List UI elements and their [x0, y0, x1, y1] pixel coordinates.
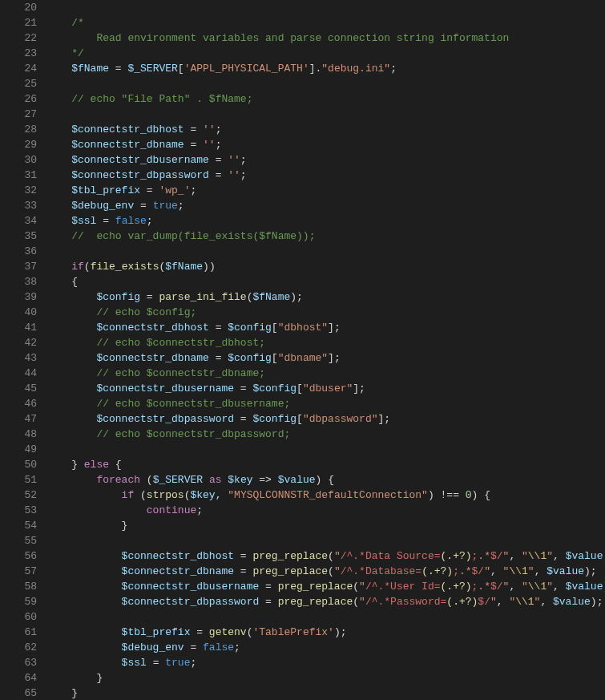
line-number: 52 — [0, 488, 37, 503]
code-line[interactable] — [46, 442, 605, 457]
code-token: $value — [547, 565, 584, 577]
code-line[interactable]: */ — [46, 46, 605, 61]
code-line[interactable] — [46, 244, 605, 259]
code-line[interactable]: $ssl = true; — [46, 655, 605, 670]
code-token: "debug.ini" — [321, 63, 390, 75]
code-line[interactable]: $connectstr_dbpassword = $config["dbpass… — [46, 411, 605, 427]
code-line[interactable]: $connectstr_dbusername = preg_replace("/… — [46, 579, 605, 594]
code-token: getenv — [209, 626, 247, 638]
code-line[interactable] — [46, 533, 605, 548]
code-token: */ — [46, 47, 84, 59]
line-number: 56 — [0, 548, 37, 564]
code-editor[interactable]: 2021222324252627282930313233343536373839… — [0, 0, 605, 700]
line-number: 48 — [0, 427, 37, 442]
code-line[interactable]: $connectstr_dbpassword = ''; — [46, 168, 605, 183]
line-number: 29 — [0, 137, 37, 152]
code-line[interactable]: $tbl_prefix = 'wp_'; — [46, 183, 605, 198]
code-line[interactable]: // echo var_dump(file_exists($fName)); — [46, 229, 605, 244]
code-line[interactable]: if (strpos($key, "MYSQLCONNSTR_defaultCo… — [46, 488, 605, 503]
code-token: '' — [228, 154, 240, 166]
code-line[interactable] — [46, 609, 605, 625]
code-line[interactable]: $connectstr_dbhost = preg_replace("/^.*D… — [46, 548, 605, 564]
code-token: (.+?) — [441, 550, 472, 562]
code-line[interactable] — [46, 0, 605, 15]
code-token: " — [547, 581, 553, 593]
code-line[interactable]: { — [46, 274, 605, 289]
code-token: ; — [216, 123, 222, 136]
code-token: 'TablePrefix' — [252, 626, 333, 638]
code-token: => — [253, 474, 278, 486]
code-line[interactable]: $ssl = false; — [46, 213, 605, 229]
code-line[interactable]: $fName = $_SERVER['APPL_PHYSICAL_PATH'].… — [46, 61, 605, 76]
code-line[interactable]: // echo $connectstr_dbname; — [46, 366, 605, 381]
code-line[interactable]: } — [46, 518, 605, 533]
code-line[interactable]: $connectstr_dbname = preg_replace("/^.*D… — [46, 564, 605, 579]
code-line[interactable]: $debug_env = false; — [46, 640, 605, 655]
code-token: as — [209, 474, 222, 486]
code-token: = — [184, 641, 203, 653]
code-line[interactable]: $config = parse_ini_file($fName); — [46, 289, 605, 305]
code-line[interactable]: } else { — [46, 457, 605, 472]
code-line[interactable]: $tbl_prefix = getenv('TablePrefix'); — [46, 625, 605, 640]
code-line[interactable]: continue; — [46, 503, 605, 518]
code-token: = — [184, 123, 203, 136]
code-token: " — [522, 550, 528, 562]
code-token: , — [553, 550, 566, 562]
code-line[interactable]: $connectstr_dbname = ''; — [46, 137, 605, 152]
code-line[interactable]: /* — [46, 15, 605, 30]
code-line[interactable]: if(file_exists($fName)) — [46, 259, 605, 274]
line-number: 57 — [0, 564, 37, 579]
code-line[interactable]: // echo $config; — [46, 305, 605, 320]
code-token: = — [96, 215, 115, 227]
code-line[interactable]: Read environment variables and parse con… — [46, 30, 605, 46]
code-token: } — [46, 672, 103, 684]
code-token: (.+?) — [446, 596, 478, 608]
code-token: \\1 — [515, 596, 534, 608]
code-line[interactable] — [46, 107, 605, 122]
line-number: 64 — [0, 670, 37, 686]
code-line[interactable]: // echo $connectstr_dbusername; — [46, 396, 605, 411]
code-token: $/ — [490, 581, 503, 593]
code-line[interactable]: $debug_env = true; — [46, 198, 605, 213]
code-token: $config — [46, 291, 140, 303]
code-line[interactable]: // echo "File Path" . $fName; — [46, 91, 605, 107]
code-token: $config — [252, 413, 296, 425]
code-token: $key — [228, 474, 252, 486]
code-line[interactable]: // echo $connectstr_dbhost; — [46, 335, 605, 350]
line-number: 58 — [0, 579, 37, 594]
code-token: = — [190, 626, 208, 638]
code-token: $_SERVER — [153, 474, 203, 486]
code-token: ; — [216, 139, 222, 151]
code-line[interactable]: $connectstr_dbhost = ''; — [46, 122, 605, 137]
code-line[interactable]: $connectstr_dbname = $config["dbname"]; — [46, 350, 605, 366]
code-line[interactable] — [46, 76, 605, 91]
code-line[interactable]: // echo $connectstr_dbpassword; — [46, 427, 605, 442]
code-token: true — [153, 200, 178, 212]
code-line[interactable]: } — [46, 670, 605, 686]
code-token: Read environment variables and parse con… — [46, 32, 509, 44]
code-token: ( — [84, 261, 91, 273]
code-area[interactable]: /* Read environment variables and parse … — [43, 0, 605, 700]
code-line[interactable]: foreach ($_SERVER as $key => $value) { — [46, 472, 605, 488]
line-number: 47 — [0, 411, 37, 427]
code-line[interactable]: } — [46, 686, 605, 700]
code-token: $key — [190, 489, 215, 501]
code-token: = — [234, 550, 252, 562]
code-token: else — [84, 459, 109, 471]
code-token: "MYSQLCONNSTR_defaultConnection" — [228, 489, 428, 501]
code-token: preg_replace — [278, 596, 353, 608]
code-line[interactable]: $connectstr_dbusername = ''; — [46, 152, 605, 168]
code-token: ; — [196, 504, 203, 516]
code-token: parse_ini_file — [159, 291, 246, 303]
code-token: ); — [584, 565, 597, 577]
line-number: 24 — [0, 61, 37, 76]
code-line[interactable]: $connectstr_dbpassword = preg_replace("/… — [46, 594, 605, 609]
code-token: ( — [134, 489, 147, 501]
code-token: $connectstr_dbhost — [46, 322, 209, 334]
code-token: = — [259, 596, 277, 608]
code-token: [ — [272, 322, 278, 334]
line-number: 54 — [0, 518, 37, 533]
code-line[interactable]: $connectstr_dbusername = $config["dbuser… — [46, 381, 605, 396]
code-line[interactable]: $connectstr_dbhost = $config["dbhost"]; — [46, 320, 605, 335]
line-number: 35 — [0, 229, 37, 244]
